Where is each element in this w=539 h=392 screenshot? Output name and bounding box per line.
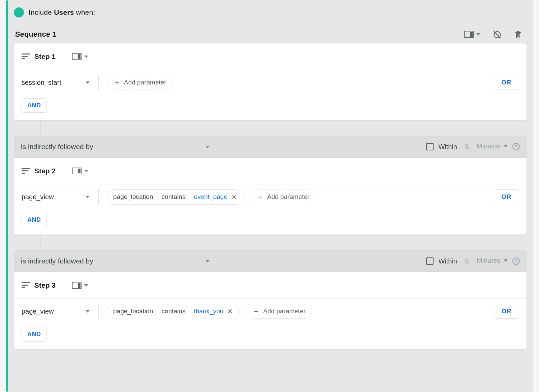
- svg-rect-5: [22, 56, 28, 57]
- include-suffix: when:: [76, 8, 95, 16]
- step-header: Step 2: [14, 158, 527, 184]
- divider: [64, 49, 64, 64]
- add-parameter-label: Add parameter: [124, 79, 166, 86]
- divider: [64, 164, 64, 178]
- within-checkbox[interactable]: [426, 257, 434, 265]
- and-button[interactable]: AND: [22, 98, 47, 113]
- within-unit-select[interactable]: Minutes: [477, 142, 508, 151]
- step-label: Step 2: [22, 167, 56, 175]
- chevron-down-icon: [476, 33, 480, 36]
- event-select[interactable]: session_start: [22, 75, 92, 90]
- followed-by-select[interactable]: is indirectly followed by: [21, 143, 210, 151]
- svg-rect-15: [22, 285, 28, 286]
- within-unit-label: Minutes: [477, 257, 500, 264]
- step-scope-toggle[interactable]: [72, 53, 88, 60]
- segment-builder-panel: Include Users when: Sequence 1: [6, 0, 533, 392]
- add-parameter-button[interactable]: ＋ Add parameter: [250, 189, 316, 204]
- criteria-row: session_start ＋ Add parameter OR: [14, 70, 527, 95]
- within-value[interactable]: 5: [462, 143, 472, 151]
- step-scope-toggle[interactable]: [72, 282, 88, 289]
- parameter-chip[interactable]: page_location contains event_page ✕: [107, 189, 244, 205]
- help-icon[interactable]: ?: [512, 143, 520, 150]
- chip-value: event_page: [194, 193, 227, 201]
- within-unit-select[interactable]: Minutes: [477, 257, 508, 265]
- scope-icon: [464, 31, 474, 38]
- trash-icon[interactable]: [514, 30, 522, 39]
- svg-rect-13: [78, 169, 81, 173]
- divider: [98, 189, 99, 205]
- and-row: AND: [14, 95, 527, 120]
- chevron-down-icon: [205, 260, 210, 262]
- svg-rect-9: [22, 168, 30, 169]
- or-button[interactable]: OR: [494, 75, 519, 90]
- chip-remove-icon[interactable]: ✕: [231, 193, 237, 201]
- sequence-controls: [464, 30, 526, 39]
- followed-by-label: is indirectly followed by: [21, 257, 93, 265]
- step-header: Step 1: [14, 43, 527, 70]
- step-header: Step 3: [14, 272, 527, 298]
- svg-rect-6: [22, 58, 25, 59]
- sort-icon: [22, 168, 30, 174]
- and-button[interactable]: AND: [22, 213, 47, 227]
- step-title: Step 2: [34, 167, 56, 175]
- within-unit-label: Minutes: [477, 142, 500, 150]
- chip-field: page_location: [113, 193, 153, 201]
- chip-op: contains: [162, 193, 186, 201]
- add-parameter-button[interactable]: ＋ Add parameter: [246, 304, 312, 319]
- chevron-down-icon: [84, 284, 88, 287]
- within-value[interactable]: 5: [462, 257, 472, 265]
- scope-icon: [72, 282, 82, 289]
- include-indicator-dot: [14, 7, 24, 17]
- parameter-chip[interactable]: page_location contains thank_you ✕: [107, 304, 240, 319]
- include-subject: Users: [54, 8, 74, 16]
- chevron-down-icon: [504, 145, 508, 147]
- followed-by-select[interactable]: is indirectly followed by: [21, 257, 210, 265]
- within-checkbox[interactable]: [426, 143, 434, 150]
- chip-remove-icon[interactable]: ✕: [227, 308, 233, 315]
- event-select[interactable]: page_view: [22, 304, 92, 319]
- add-parameter-button[interactable]: ＋ Add parameter: [107, 75, 173, 90]
- connector-line: [40, 235, 41, 250]
- help-icon[interactable]: ?: [512, 257, 520, 265]
- and-row: AND: [14, 209, 527, 235]
- add-parameter-label: Add parameter: [267, 193, 310, 201]
- svg-rect-18: [78, 283, 81, 288]
- event-name: session_start: [22, 79, 61, 86]
- and-row: AND: [14, 324, 527, 349]
- sequence-scope-toggle[interactable]: [464, 31, 480, 38]
- include-prefix: Include: [29, 8, 52, 16]
- scope-icon: [72, 168, 82, 174]
- event-name: page_view: [22, 193, 54, 201]
- svg-rect-2: [517, 34, 518, 37]
- sort-icon: [22, 282, 30, 288]
- svg-rect-11: [22, 173, 25, 174]
- event-select[interactable]: page_view: [22, 190, 92, 204]
- or-button[interactable]: OR: [494, 304, 519, 319]
- step-title: Step 1: [34, 52, 56, 61]
- chevron-down-icon: [86, 196, 90, 198]
- sequence-header: Sequence 1: [14, 20, 527, 43]
- step-label: Step 3: [22, 281, 56, 289]
- criteria-row: page_view page_location contains event_p…: [14, 184, 527, 209]
- svg-rect-3: [518, 34, 519, 37]
- sort-icon: [22, 54, 30, 60]
- chevron-down-icon: [84, 170, 88, 172]
- step-card-1: Step 1 session_start ＋ Add: [14, 43, 527, 120]
- step-title: Step 3: [34, 281, 56, 289]
- chevron-down-icon: [205, 146, 210, 148]
- within-label: Within: [438, 143, 457, 151]
- step-scope-toggle[interactable]: [72, 168, 88, 174]
- divider: [98, 75, 99, 90]
- and-button[interactable]: AND: [22, 327, 47, 342]
- chip-field: page_location: [113, 308, 153, 315]
- chevron-down-icon: [86, 310, 90, 313]
- followed-by-bar: is indirectly followed by Within 5 Minut…: [14, 136, 527, 157]
- within-label: Within: [438, 257, 457, 265]
- followed-by-label: is indirectly followed by: [21, 143, 93, 151]
- or-button[interactable]: OR: [494, 189, 519, 204]
- chip-op: contains: [162, 308, 186, 315]
- timer-off-icon[interactable]: [493, 30, 502, 39]
- chip-value: thank_you: [194, 308, 224, 315]
- add-parameter-label: Add parameter: [263, 308, 306, 315]
- svg-rect-8: [78, 54, 81, 59]
